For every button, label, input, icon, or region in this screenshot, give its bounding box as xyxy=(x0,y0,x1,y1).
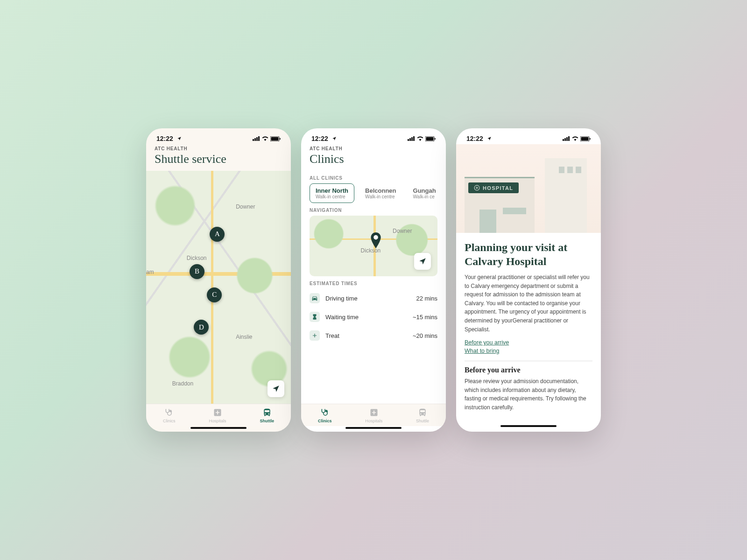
svg-rect-9 xyxy=(411,137,413,141)
tab-shuttle[interactable]: Shuttle xyxy=(416,408,429,423)
clinic-sub: Walk-in ce xyxy=(413,194,436,199)
location-arrow-icon xyxy=(332,135,337,142)
hospital-tag: HOSPITAL xyxy=(468,182,519,193)
bus-icon xyxy=(262,408,272,417)
map-label-dickson: Dickson xyxy=(187,255,207,261)
car-icon xyxy=(310,293,320,303)
signal-icon xyxy=(563,136,570,141)
clinic-tab-inner-north[interactable]: Inner North Walk-in centre xyxy=(310,183,354,203)
all-clinics-label: ALL CLINICS xyxy=(301,171,446,183)
svg-rect-20 xyxy=(581,137,589,140)
svg-rect-13 xyxy=(435,138,436,140)
tab-shuttle[interactable]: Shuttle xyxy=(260,408,274,423)
bus-icon xyxy=(418,408,427,417)
tab-clinics[interactable]: Clinics xyxy=(163,408,176,423)
map-pin-icon xyxy=(370,232,382,250)
link-what-to-bring[interactable]: What to bring xyxy=(465,348,592,354)
map-label-downer: Downer xyxy=(236,203,255,210)
wifi-icon xyxy=(417,136,423,141)
clinic-tabs: Inner North Walk-in centre Belconnen Wal… xyxy=(301,183,446,203)
map-label-ainslie: Ainslie xyxy=(236,334,252,340)
hospital-illustration: HOSPITAL xyxy=(456,144,601,233)
link-before-arrive[interactable]: Before you arrive xyxy=(465,339,592,346)
estimate-driving: Driving time 22 mins xyxy=(310,289,437,308)
svg-rect-5 xyxy=(271,137,279,140)
eyebrow: ATC HEALTH xyxy=(310,146,437,151)
article-body: Your general practitioner or specialist … xyxy=(465,273,592,334)
status-time: 12:22 xyxy=(311,135,328,142)
plus-icon xyxy=(310,330,320,341)
estimated-label: ESTIMATED TIMES xyxy=(301,276,446,289)
article-sub-body: Please review your admission documentati… xyxy=(465,377,592,412)
svg-rect-6 xyxy=(280,138,281,140)
location-arrow-icon xyxy=(487,135,492,142)
svg-rect-7 xyxy=(408,139,409,141)
svg-rect-10 xyxy=(413,136,415,141)
tab-shuttle-label: Shuttle xyxy=(260,419,274,423)
svg-rect-8 xyxy=(409,138,411,141)
status-bar: 12:22 xyxy=(456,128,601,144)
location-arrow-icon xyxy=(177,135,182,142)
shuttle-stop-d[interactable]: D xyxy=(194,320,209,335)
page-title: Shuttle service xyxy=(155,152,282,166)
clinic-tab-gungahlin[interactable]: Gungah Walk-in ce xyxy=(407,183,442,203)
clinic-name: Gungah xyxy=(413,187,436,194)
clinic-sub: Walk-in centre xyxy=(316,194,348,199)
tab-bar: Clinics Hospitals Shuttle xyxy=(146,404,291,426)
tab-hospitals-label: Hospitals xyxy=(365,419,382,423)
eyebrow: ATC HEALTH xyxy=(155,146,282,151)
shuttle-stop-b[interactable]: B xyxy=(190,264,204,279)
shuttle-stop-c[interactable]: C xyxy=(207,287,222,302)
estimate-treat: Treat ~20 mins xyxy=(310,326,437,345)
phone-article: 12:22 HOSPITAL Planning your visit at Ca… xyxy=(456,128,601,432)
estimate-value: 22 mins xyxy=(416,295,437,302)
status-indicators xyxy=(408,136,436,141)
status-indicators xyxy=(253,136,281,141)
svg-rect-3 xyxy=(258,136,260,141)
hospital-icon xyxy=(369,408,379,417)
tab-hospitals[interactable]: Hospitals xyxy=(209,408,226,423)
stethoscope-icon xyxy=(320,408,330,417)
tab-clinics[interactable]: Clinics xyxy=(318,408,332,423)
signal-icon xyxy=(408,136,415,141)
shuttle-stop-a[interactable]: A xyxy=(210,227,225,242)
battery-icon xyxy=(580,136,591,141)
divider xyxy=(465,361,592,361)
svg-rect-21 xyxy=(590,138,591,140)
page-title: Clinics xyxy=(310,152,437,166)
estimate-label: Waiting time xyxy=(325,314,359,321)
estimated-times-list: Driving time 22 mins Waiting time ~15 mi… xyxy=(301,289,446,345)
svg-rect-12 xyxy=(426,137,434,140)
navigation-label: NAVIGATION xyxy=(301,203,446,216)
svg-rect-17 xyxy=(566,137,568,141)
estimate-waiting: Waiting time ~15 mins xyxy=(310,308,437,326)
clinic-name: Inner North xyxy=(316,187,348,194)
estimate-value: ~15 mins xyxy=(413,314,437,321)
svg-point-14 xyxy=(374,235,378,240)
estimate-label: Driving time xyxy=(325,295,358,302)
status-bar: 12:22 xyxy=(146,128,291,144)
svg-rect-2 xyxy=(256,137,258,141)
navigation-map[interactable]: Dickson Downer xyxy=(310,216,437,276)
shuttle-map[interactable]: ·ham Downer Dickson Ainslie Braddon A B … xyxy=(146,171,291,404)
clinic-tab-belconnen[interactable]: Belconnen Walk-in centre xyxy=(359,183,402,203)
article-content: Planning your visit at Calvary Hospital … xyxy=(456,233,601,432)
home-indicator[interactable] xyxy=(500,425,557,427)
map-label-braddon: Braddon xyxy=(172,380,193,387)
tab-shuttle-label: Shuttle xyxy=(416,419,429,423)
recenter-button[interactable] xyxy=(268,380,284,397)
estimate-value: ~20 mins xyxy=(413,332,437,339)
hospital-icon xyxy=(213,408,222,417)
tab-hospitals[interactable]: Hospitals xyxy=(365,408,382,423)
recenter-button[interactable] xyxy=(414,253,431,270)
article-title: Planning your visit at Calvary Hospital xyxy=(465,240,592,268)
svg-rect-1 xyxy=(254,138,256,141)
status-indicators xyxy=(563,136,591,141)
svg-rect-18 xyxy=(568,136,570,141)
home-indicator[interactable] xyxy=(190,427,247,429)
recenter-icon xyxy=(418,257,427,266)
wifi-icon xyxy=(262,136,268,141)
tab-hospitals-label: Hospitals xyxy=(209,419,226,423)
home-indicator[interactable] xyxy=(345,427,402,429)
map-label-lyneham: ·ham xyxy=(146,269,154,275)
